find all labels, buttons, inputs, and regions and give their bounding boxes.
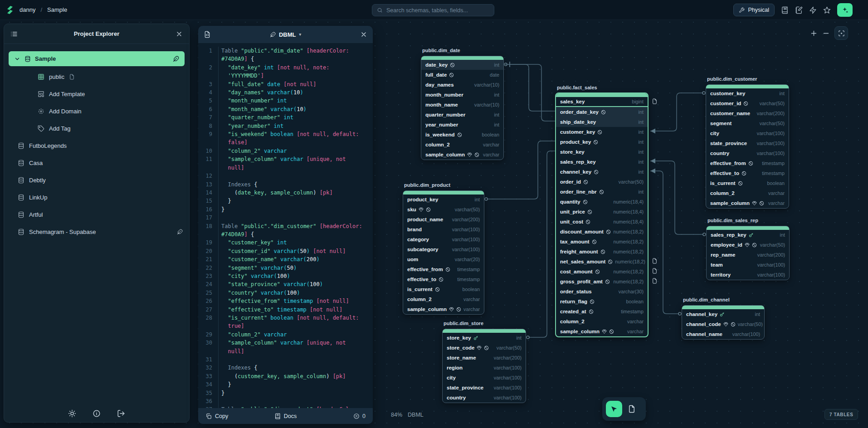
search-input[interactable]: [386, 7, 482, 14]
zoom-out-button[interactable]: [822, 29, 830, 37]
code-line[interactable]: 6"month_name" varchar(10): [198, 105, 373, 113]
relationship-edge[interactable]: [650, 93, 706, 131]
close-editor-button[interactable]: [360, 31, 367, 38]
info-button[interactable]: [93, 409, 101, 418]
code-editor[interactable]: 1Table "public"."dim_date" [headerColor:…: [198, 43, 373, 424]
field-row-ship_date_key[interactable]: ship_date_keyint: [556, 117, 648, 127]
field-row-channel_code[interactable]: channel_codevarchar(50): [682, 319, 764, 329]
field-row-customer_key[interactable]: customer_keyint: [706, 88, 789, 98]
field-row-store_key[interactable]: store_keyint: [556, 147, 648, 157]
field-row-effective_to[interactable]: effective_totimestamp: [706, 168, 789, 178]
code-line[interactable]: 18Table "public"."dim_customer" [headerC…: [198, 222, 373, 239]
field-row-customer_id[interactable]: customer_idvarchar(50): [706, 98, 789, 108]
field-row-year_number[interactable]: year_numberint: [421, 120, 503, 130]
field-row-category[interactable]: categoryvarchar(100): [403, 234, 484, 244]
field-row-net_sales_amount[interactable]: net_sales_amountnumeric(18,2): [556, 257, 648, 267]
field-row-rep_name[interactable]: rep_namevarchar(200): [707, 250, 789, 260]
field-row-created_at[interactable]: created_attimestamp: [556, 306, 648, 316]
table-header-bar[interactable]: [556, 93, 648, 97]
code-line[interactable]: 7"quarter_number" int: [198, 113, 373, 122]
field-row-month_name[interactable]: month_namevarchar(10): [421, 100, 503, 110]
field-row-column_2[interactable]: column_2varchar: [421, 140, 503, 150]
field-row-country[interactable]: countryvarchar(100): [443, 393, 526, 403]
select-tool-button[interactable]: [606, 401, 622, 417]
code-line[interactable]: 5"month_number" int: [198, 97, 373, 105]
code-line[interactable]: 22"segment" varchar(50): [198, 264, 373, 272]
field-row-brand[interactable]: brandvarchar(100): [403, 224, 484, 234]
field-row-channel_name[interactable]: channel_namevarchar(100): [682, 329, 764, 339]
field-row-column_2[interactable]: column_2varchar: [556, 316, 648, 326]
physical-mode-button[interactable]: Physical: [733, 4, 775, 16]
sidebar-item-schemagram-supabase[interactable]: Schemagram - Supabase: [4, 223, 189, 240]
breadcrumb-project[interactable]: Sample: [47, 6, 67, 13]
theme-toggle-button[interactable]: [68, 409, 76, 418]
relationship-edge[interactable]: [504, 64, 555, 121]
sidebar-item-add-tag[interactable]: Add Tag: [4, 120, 189, 137]
field-row-freight_amount[interactable]: freight_amountnumeric(18,2): [556, 247, 648, 257]
code-line[interactable]: 30"sample_column" varchar [unique, not n…: [198, 339, 373, 355]
table-dim_channel[interactable]: public.dim_channelchannel_keyintchannel_…: [682, 305, 765, 340]
code-line[interactable]: 9"is_weekend" boolean [not null, default…: [198, 130, 373, 147]
code-line[interactable]: 1Table "public"."dim_date" [headerColor:…: [198, 47, 373, 63]
sidebar-item-linkup[interactable]: LinkUp: [4, 189, 189, 206]
field-row-team[interactable]: teamvarchar(100): [707, 260, 789, 270]
field-row-order_id[interactable]: order_idvarchar(50): [556, 177, 648, 187]
sidebar-item-debtly[interactable]: Debtly: [4, 171, 189, 189]
sidebar-item-public[interactable]: public: [4, 68, 189, 85]
field-row-sku[interactable]: skuvarchar(50): [403, 204, 484, 214]
field-row-channel_key[interactable]: channel_keyint: [682, 309, 764, 319]
code-line[interactable]: 11"sample_column" varchar [unique, not n…: [198, 155, 373, 172]
sidebar-item-artful[interactable]: Artful: [4, 206, 189, 223]
code-line[interactable]: 33(customer_key, sample_column) [pk]: [198, 372, 373, 380]
sidebar-item-add-template[interactable]: Add Template: [4, 85, 189, 102]
code-line[interactable]: 27"effective_to" timestamp [not null]: [198, 306, 373, 314]
field-row-sample_column[interactable]: sample_columnvarchar: [403, 304, 484, 314]
field-row-gross_profit_amt[interactable]: gross_profit_amtnumeric(18,2): [556, 277, 648, 287]
field-row-discount_amount[interactable]: discount_amountnumeric(18,2): [556, 227, 648, 237]
code-line[interactable]: 17: [198, 214, 373, 222]
field-row-column_2[interactable]: column_2varchar: [706, 188, 789, 198]
field-row-channel_key[interactable]: channel_keyint: [556, 167, 648, 177]
field-row-city[interactable]: cityvarchar(100): [706, 128, 789, 138]
relationship-edge[interactable]: [650, 161, 706, 234]
field-row-store_key[interactable]: store_keyint: [443, 333, 526, 343]
field-row-product_key[interactable]: product_keyint: [403, 195, 484, 204]
code-line[interactable]: 21"customer_name" varchar(200): [198, 255, 373, 263]
field-row-sales_rep_key[interactable]: sales_rep_keyint: [556, 157, 648, 167]
field-row-customer_name[interactable]: customer_namevarchar(200): [706, 108, 789, 118]
field-row-sales_key[interactable]: sales_keybigint: [556, 97, 648, 107]
field-row-is_weekend[interactable]: is_weekendboolean: [421, 130, 503, 140]
field-row-unit_price[interactable]: unit_pricenumeric(18,4): [556, 207, 648, 217]
table-dim_sales_rep[interactable]: public.dim_sales_repsales_rep_keyintempl…: [706, 226, 790, 280]
field-row-country[interactable]: countryvarchar(100): [706, 148, 789, 158]
code-line[interactable]: 20"customer_id" varchar(50) [not null]: [198, 247, 373, 255]
field-row-unit_cost[interactable]: unit_costnumeric(18,4): [556, 217, 648, 227]
sidebar-item-sample[interactable]: Sample: [9, 51, 185, 66]
quick-actions-button[interactable]: [809, 6, 817, 14]
close-panel-button[interactable]: [176, 30, 183, 38]
code-line[interactable]: 24"state_province" varchar(100): [198, 280, 373, 288]
field-row-order_date_key[interactable]: order_date_keyint: [556, 107, 648, 117]
field-row-tax_amount[interactable]: tax_amountnumeric(18,2): [556, 237, 648, 247]
table-header-bar[interactable]: [682, 306, 764, 309]
field-row-effective_to[interactable]: effective_totimestamp: [403, 274, 484, 284]
field-row-return_flag[interactable]: return_flagboolean: [556, 297, 648, 306]
code-line[interactable]: 19"customer_key" int: [198, 238, 373, 247]
logout-button[interactable]: [117, 409, 125, 418]
code-line[interactable]: 14(date_key, sample_column) [pk]: [198, 189, 373, 197]
field-row-sample_column[interactable]: sample_columnvarchar: [706, 198, 789, 208]
field-row-column_2[interactable]: column_2varchar: [403, 294, 484, 304]
relationship-edge[interactable]: [504, 64, 555, 111]
field-row-state_province[interactable]: state_provincevarchar(100): [706, 138, 789, 148]
code-line[interactable]: 29"column_2" varchar: [198, 331, 373, 339]
field-row-is_current[interactable]: is_currentboolean: [706, 178, 789, 188]
field-row-order_status[interactable]: order_statusvarchar(30): [556, 287, 648, 297]
zoom-in-button[interactable]: [810, 29, 818, 37]
field-row-subcategory[interactable]: subcategoryvarchar(100): [403, 244, 484, 254]
field-row-city[interactable]: cityvarchar(100): [443, 373, 526, 383]
code-line[interactable]: 26"effective_from" timestamp [not null]: [198, 297, 373, 305]
code-line[interactable]: 32Indexes {: [198, 364, 373, 372]
table-header-bar[interactable]: [443, 329, 526, 333]
notes-button[interactable]: [795, 6, 803, 14]
code-line[interactable]: 3"full_date" date [not null]: [198, 80, 373, 88]
